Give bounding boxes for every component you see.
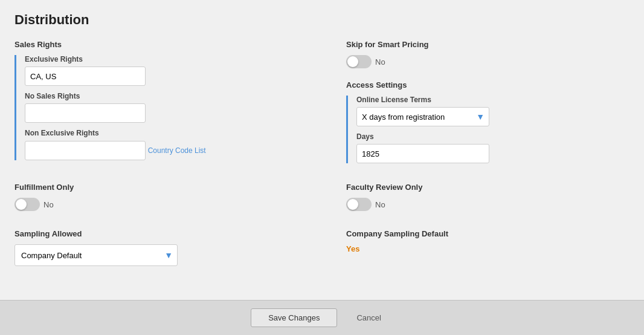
faculty-review-toggle-label: No (375, 200, 385, 209)
left-column: Sales Rights Exclusive Rights No Sales R… (14, 40, 322, 173)
exclusive-rights-label: Exclusive Rights (25, 55, 298, 63)
access-settings-title: Access Settings (346, 80, 630, 89)
company-sampling-default-wrapper: Company Sampling Default Yes (346, 229, 630, 253)
sampling-allowed-select[interactable]: Company Default Yes No (14, 244, 178, 266)
non-exclusive-rights-input[interactable] (25, 141, 146, 160)
two-col-layout: Sales Rights Exclusive Rights No Sales R… (14, 40, 630, 173)
company-sampling-section: Company Sampling Default Yes (322, 221, 630, 266)
faculty-review-section: Faculty Review Only No (322, 183, 630, 211)
access-settings-section: Access Settings Online License Terms X d… (346, 80, 630, 163)
sampling-row: Sampling Allowed Company Default Yes No … (14, 221, 630, 266)
main-content: Distribution Sales Rights Exclusive Righ… (0, 0, 644, 276)
country-code-link[interactable]: Country Code List (148, 146, 206, 155)
access-settings-bordered: Online License Terms X days from registr… (346, 96, 630, 163)
fulfillment-only-label: Fulfillment Only (14, 183, 298, 192)
sampling-allowed-section: Sampling Allowed Company Default Yes No … (14, 221, 322, 266)
faculty-toggle-container: No (346, 198, 630, 211)
fulfillment-only-section: Fulfillment Only No (14, 183, 322, 211)
sales-rights-title: Sales Rights (14, 40, 298, 49)
online-license-terms-wrapper: X days from registration Perpetual X day… (356, 107, 489, 126)
online-license-terms-select[interactable]: X days from registration Perpetual X day… (356, 107, 489, 126)
skip-smart-pricing-section: Skip for Smart Pricing No (346, 40, 630, 68)
sampling-allowed-select-wrapper: Company Default Yes No ▼ (14, 244, 178, 266)
company-sampling-default-value: Yes (346, 244, 359, 253)
cancel-button[interactable]: Cancel (344, 309, 393, 327)
skip-smart-pricing-toggle-container: No (346, 55, 630, 68)
fulfillment-toggle-label: No (43, 200, 54, 209)
sampling-allowed-label: Sampling Allowed (14, 229, 298, 238)
sampling-allowed-wrapper: Sampling Allowed Company Default Yes No … (14, 229, 298, 266)
right-column: Skip for Smart Pricing No Access Setting… (322, 40, 630, 173)
fulfillment-toggle[interactable] (14, 198, 40, 211)
fulfillment-toggle-container: No (14, 198, 298, 211)
no-sales-rights-input[interactable] (25, 103, 146, 123)
fulfillment-slider (14, 198, 40, 211)
days-input[interactable] (356, 144, 489, 163)
days-label: Days (356, 132, 630, 141)
page-title: Distribution (14, 12, 630, 28)
faculty-review-slider (346, 198, 372, 211)
save-changes-button[interactable]: Save Changes (251, 308, 337, 327)
online-license-terms-label: Online License Terms (356, 96, 630, 104)
fulfillment-faculty-row: Fulfillment Only No Faculty Review Only (14, 183, 630, 211)
company-sampling-default-label: Company Sampling Default (346, 229, 630, 238)
non-exclusive-rights-label: Non Exclusive Rights (25, 129, 298, 137)
skip-smart-pricing-label: Skip for Smart Pricing (346, 40, 630, 49)
exclusive-rights-input[interactable] (25, 67, 146, 86)
page-container: Distribution Sales Rights Exclusive Righ… (0, 0, 644, 335)
footer-bar: Save Changes Cancel (0, 300, 644, 335)
skip-smart-pricing-toggle-label: No (375, 57, 385, 67)
faculty-review-label: Faculty Review Only (346, 183, 630, 192)
no-sales-rights-label: No Sales Rights (25, 92, 298, 100)
faculty-review-toggle[interactable] (346, 198, 372, 211)
skip-smart-pricing-slider (346, 55, 372, 68)
skip-smart-pricing-toggle[interactable] (346, 55, 372, 68)
sales-rights-section: Exclusive Rights No Sales Rights Non Exc… (14, 55, 298, 160)
